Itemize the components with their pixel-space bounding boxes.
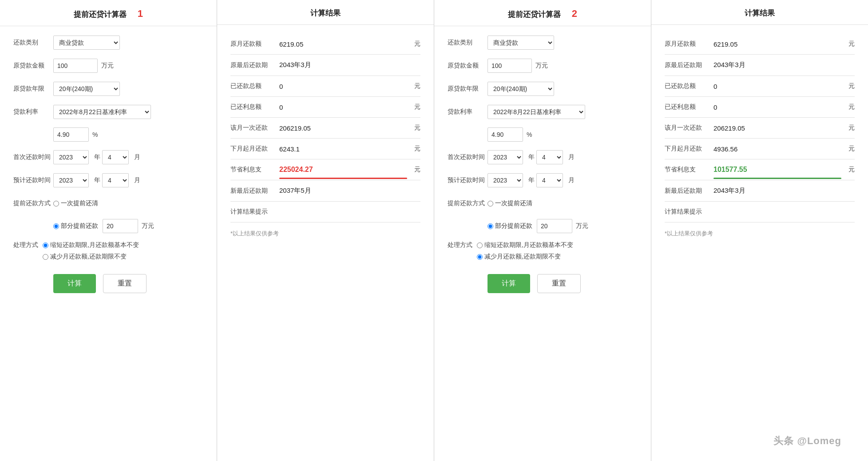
radio-partial-input-2[interactable] — [488, 223, 493, 229]
loan-term-row: 原贷款年限 20年(240期) — [13, 81, 203, 96]
paid-total-label-1: 已还款总额 — [230, 82, 279, 90]
next-month-value-2: 4936.56 — [713, 145, 848, 153]
prepay-time-label-2: 预计还款时间 — [448, 176, 488, 184]
rate-unit-2: % — [527, 131, 532, 138]
prepay-year-select-2[interactable]: 2023 — [488, 173, 523, 187]
prepay-year-select[interactable]: 2023 — [53, 173, 89, 187]
this-month-row-1: 该月一次还款 206219.05 元 — [230, 118, 420, 139]
new-last-period-value-2: 2043年3月 — [713, 187, 855, 195]
loan-term-label-2: 原贷款年限 — [448, 85, 488, 93]
this-month-value-1: 206219.05 — [279, 124, 414, 132]
partial-row-2: 部分提前还款 万元 — [488, 219, 638, 233]
calc-title-2: 提前还贷计算器 2 — [434, 0, 651, 26]
radio-once-input-2[interactable] — [488, 201, 493, 207]
this-month-unit-1: 元 — [414, 124, 420, 132]
rate-value-input[interactable] — [53, 127, 89, 142]
next-month-label-1: 下月起月还款 — [230, 145, 279, 153]
calc-button-2[interactable]: 计算 — [488, 274, 530, 293]
new-last-period-value-1: 2037年5月 — [279, 187, 420, 195]
prepay-method-label: 提前还款方式 — [13, 199, 53, 207]
interest-rate-select-2[interactable]: 2022年8月22日基准利率 — [488, 105, 585, 119]
calc-hint-label-2: 计算结果提示 — [665, 208, 713, 216]
radio-partial-1[interactable]: 部分提前还款 — [53, 222, 98, 230]
reset-button-1[interactable]: 重置 — [103, 274, 147, 293]
loan-amount-unit-2: 万元 — [535, 62, 548, 70]
loan-term-select[interactable]: 20年(240期) — [53, 82, 120, 96]
loan-type-label: 还款类别 — [13, 39, 53, 47]
prepay-month-select[interactable]: 4 — [102, 173, 129, 187]
partial-amount-input-2[interactable] — [537, 219, 572, 233]
btn-row-1: 计算 重置 — [53, 274, 203, 293]
loan-type-select[interactable]: 商业贷款 — [53, 36, 120, 50]
result-title-text-2: 计算结果 — [745, 9, 775, 17]
loan-term-select-2[interactable]: 20年(240期) — [488, 82, 554, 96]
calc-hint-row-2: 计算结果提示 — [665, 202, 855, 223]
orig-monthly-label-1: 原月还款额 — [230, 40, 279, 48]
process-option1-2[interactable]: 缩短还款期限,月还款额基本不变 — [477, 241, 573, 249]
radio-once-1[interactable]: 一次提前还清 — [53, 199, 98, 207]
process-radio2-1[interactable] — [43, 254, 48, 260]
reset-button-2[interactable]: 重置 — [537, 274, 581, 293]
first-payment-label-2: 首次还款时间 — [448, 153, 488, 161]
loan-type-row: 还款类别 商业贷款 — [13, 35, 203, 50]
rate-value-input-2[interactable] — [488, 127, 523, 142]
new-last-period-row-1: 新最后还款期 2037年5月 — [230, 180, 420, 202]
paid-interest-row-2: 已还利息额 0 元 — [665, 97, 855, 118]
process-option1-1[interactable]: 缩短还款期限,月还款额基本不变 — [43, 241, 139, 249]
interest-rate-select[interactable]: 2022年8月22日基准利率 — [53, 105, 151, 119]
paid-interest-value-1: 0 — [279, 103, 414, 111]
orig-last-period-row-2: 原最后还款期 2043年3月 — [665, 55, 855, 76]
first-year-unit-2: 年 — [528, 153, 535, 161]
this-month-label-1: 该月一次还款 — [230, 124, 279, 132]
process-option2-1[interactable]: 减少月还款额,还款期限不变 — [43, 253, 139, 261]
prepay-method-row: 提前还款方式 一次提前还清 — [13, 196, 203, 211]
first-year-select-2[interactable]: 2023 — [488, 150, 523, 164]
next-month-unit-1: 元 — [414, 145, 420, 153]
loan-type-select-2[interactable]: 商业贷款 — [488, 36, 554, 50]
prepay-time-label: 预计还款时间 — [13, 176, 53, 184]
orig-last-period-value-2: 2043年3月 — [713, 61, 855, 69]
radio-partial-label-1: 部分提前还款 — [61, 222, 98, 230]
next-month-value-1: 6243.1 — [279, 145, 414, 153]
process-radio1-1[interactable] — [43, 242, 48, 248]
underline-green-2 — [713, 178, 841, 179]
radio-once-2[interactable]: 一次提前还清 — [488, 199, 532, 207]
prepay-year-unit: 年 — [94, 176, 100, 184]
process-option1-label-2: 缩短还款期限,月还款额基本不变 — [484, 241, 573, 249]
calc-button-1[interactable]: 计算 — [53, 274, 96, 293]
first-month-select-2[interactable]: 4 — [536, 150, 563, 164]
paid-total-label-2: 已还款总额 — [665, 82, 713, 90]
process-radio2-2[interactable] — [477, 254, 483, 260]
process-option2-label-1: 减少月还款额,还款期限不变 — [50, 253, 127, 261]
orig-last-period-label-2: 原最后还款期 — [665, 61, 713, 69]
paid-interest-unit-1: 元 — [414, 103, 420, 111]
process-radio1-2[interactable] — [477, 242, 483, 248]
first-month-select[interactable]: 4 — [102, 150, 129, 164]
prepay-method-row-2: 提前还款方式 一次提前还清 — [448, 196, 638, 211]
loan-amount-label: 原贷款金额 — [13, 62, 53, 70]
first-payment-row: 首次还款时间 2023 年 4 月 — [13, 150, 203, 165]
first-payment-label: 首次还款时间 — [13, 153, 53, 161]
first-year-select[interactable]: 2023 — [53, 150, 89, 164]
loan-amount-input-2[interactable] — [488, 59, 532, 73]
radio-partial-2[interactable]: 部分提前还款 — [488, 222, 532, 230]
partial-amount-input-1[interactable] — [103, 219, 138, 233]
prepay-year-unit-2: 年 — [528, 176, 535, 184]
rate-value-row: % — [53, 127, 203, 142]
radio-once-input-1[interactable] — [53, 201, 59, 207]
prepay-month-select-2[interactable]: 4 — [536, 173, 563, 187]
interest-rate-row-2: 贷款利率 2022年8月22日基准利率 — [448, 104, 638, 119]
loan-amount-unit: 万元 — [101, 62, 114, 70]
radio-once-label-2: 一次提前还清 — [495, 199, 532, 207]
process-option2-2[interactable]: 减少月还款额,还款期限不变 — [477, 253, 573, 261]
this-month-label-2: 该月一次还款 — [665, 124, 713, 132]
calculator-panel-1: 提前还贷计算器 1 还款类别 商业贷款 原贷款金额 万元 原贷款年限 20年(2 — [0, 0, 217, 461]
loan-amount-input[interactable] — [53, 59, 98, 73]
loan-term-label: 原贷款年限 — [13, 85, 53, 93]
radio-partial-input-1[interactable] — [53, 223, 59, 229]
interest-rate-row: 贷款利率 2022年8月22日基准利率 — [13, 104, 203, 119]
orig-monthly-row-2: 原月还款额 6219.05 元 — [665, 34, 855, 55]
result-panel-2: 计算结果 原月还款额 6219.05 元 原最后还款期 2043年3月 已还款总… — [651, 0, 868, 461]
loan-amount-label-2: 原贷款金额 — [448, 62, 488, 70]
rate-unit: % — [92, 131, 98, 138]
